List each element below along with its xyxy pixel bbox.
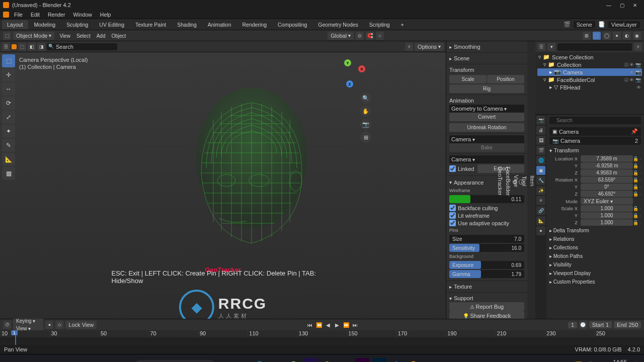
crumb-object[interactable]: ▣ Camera📌 (549, 127, 641, 136)
sec-smoothing[interactable]: ▸ Smoothing (449, 43, 524, 51)
tray-clock[interactable]: 14:5511/08/2024 (599, 359, 627, 363)
nav-gizmo[interactable]: Y X Z (337, 59, 365, 87)
mode-menu-add[interactable]: Add (94, 33, 109, 39)
tl-jump-end[interactable]: ⏭ (351, 321, 359, 329)
overlay-toggle-icon[interactable]: ⊞ (583, 32, 591, 40)
camera-view-icon[interactable]: 📷 (360, 119, 371, 130)
rotmode-field[interactable]: XYZ Euler ▾ (581, 198, 633, 205)
tl-start[interactable]: Start 1 (589, 321, 612, 328)
prop-sec-viewport-display[interactable]: ▸ Viewport Display (549, 269, 641, 278)
pivot-icon[interactable]: ⊙ (356, 32, 364, 40)
ws-tab-rendering[interactable]: Rendering (237, 20, 272, 29)
tool-scale[interactable]: ⤢ (2, 111, 15, 124)
gamma-slider[interactable]: Gamma1.79 (449, 270, 524, 278)
vp-options[interactable]: Options ▾ (415, 43, 444, 51)
tb-app1[interactable]: 🎨 (321, 358, 335, 363)
orientation-selector[interactable]: Global ▾ (328, 32, 354, 40)
axis-y[interactable]: Y (344, 59, 351, 66)
prop-transform-h[interactable]: ▾ Transform (549, 146, 641, 155)
tl-play-rev[interactable]: ◀ (324, 321, 332, 329)
menu-file[interactable]: File (11, 12, 26, 18)
tb-chrome[interactable]: 🟢 (287, 358, 301, 363)
tool-move[interactable]: ↔ (2, 82, 15, 96)
locx-field[interactable]: 7.3589 m (581, 155, 633, 162)
tb-pr[interactable]: Pr (355, 358, 369, 363)
ws-tab-layout[interactable]: Layout (2, 20, 28, 29)
rotz-field[interactable]: 46.692° (581, 191, 633, 197)
tree-scene-collection[interactable]: ▿ 📁 Scene Collection (537, 53, 642, 61)
sensitivity-slider[interactable]: Sensitivity16.0 (449, 244, 524, 252)
timeline-cursor[interactable] (15, 330, 16, 345)
proportional-icon[interactable]: ○ (376, 32, 384, 40)
tb-edge[interactable]: 🌐 (253, 358, 267, 363)
sec-texture[interactable]: ▸ Texture (449, 283, 524, 291)
tl-key-icon[interactable]: ◇ (55, 321, 63, 329)
ptab-view[interactable]: 🖼 (536, 136, 545, 145)
tl-prev-key[interactable]: ⏪ (315, 321, 323, 329)
tree-camera[interactable]: ▸ 📷 Camera👁 📷 (537, 68, 642, 76)
pan-icon[interactable]: ✋ (360, 106, 371, 117)
mode-menu-select[interactable]: Select (73, 33, 94, 39)
tl-autokey-icon[interactable]: ● (45, 321, 53, 329)
ptab-physics[interactable]: ⚛ (536, 196, 545, 205)
mode-menu-view[interactable]: View (56, 33, 73, 39)
wireframe-slider[interactable]: 0.11 (449, 195, 524, 203)
ptab-constraints[interactable]: 🔗 (536, 206, 545, 215)
shading-wire-icon[interactable]: ◯ (603, 32, 611, 40)
tb-store[interactable]: 🛍 (270, 358, 284, 363)
camera-select-1[interactable]: Camera ▾ (449, 135, 524, 143)
tool-measure[interactable]: 📐 (2, 153, 15, 166)
lit-check[interactable] (449, 212, 456, 219)
prop-sec-custom-properties[interactable]: ▸ Custom Properties (549, 278, 641, 286)
sclx-field[interactable]: 1.000 (581, 205, 633, 212)
ptab-material[interactable]: ● (536, 226, 545, 235)
tl-play[interactable]: ▶ (333, 321, 341, 329)
vp-filter-icon[interactable]: ▿ (405, 43, 413, 51)
tl-end-field[interactable]: End 250 (614, 321, 641, 328)
ws-tab-compositing[interactable]: Compositing (273, 20, 312, 29)
convert-button[interactable]: Convert (449, 113, 524, 121)
exposure-slider[interactable]: Exposure0.69 (449, 261, 524, 269)
ptab-render[interactable]: 📷 (536, 116, 545, 125)
ws-tab-scripting[interactable]: Scripting (364, 20, 395, 29)
maximize-button[interactable]: ▢ (616, 1, 628, 9)
ws-tab-texture-paint[interactable]: Texture Paint (130, 20, 171, 29)
vp-search[interactable]: Search (47, 43, 117, 50)
scene-selector[interactable]: Scene (574, 21, 595, 28)
tb-ps[interactable]: Ps (372, 358, 386, 363)
backface-check[interactable] (449, 205, 456, 211)
timeline-track[interactable]: 1030507090110130150170190210230250 (0, 330, 644, 345)
prop-sec-delta-transform[interactable]: ▸ Delta Transform (549, 226, 641, 235)
outliner-filter-icon[interactable]: ▿ (634, 43, 642, 51)
snap-icon[interactable]: 🧲 (366, 32, 374, 40)
camera-select-2[interactable]: Camera ▾ (449, 155, 524, 163)
outliner-type-icon[interactable]: ☰ (537, 43, 545, 51)
adaptive-check[interactable] (449, 220, 456, 226)
prop-sec-relations[interactable]: ▸ Relations (549, 235, 641, 243)
props-search[interactable] (549, 117, 641, 124)
size-slider[interactable]: Size7.0 (449, 235, 524, 243)
menu-render[interactable]: Render (45, 12, 68, 18)
locz-field[interactable]: 4.9583 m (581, 169, 633, 176)
tl-editor-icon[interactable]: ⏱ (3, 321, 11, 329)
ptab-data[interactable]: 📐 (536, 216, 545, 225)
editor-type-icon[interactable]: ⬚ (3, 32, 11, 40)
prop-sec-motion-paths[interactable]: ▸ Motion Paths (549, 252, 641, 260)
tb-copilot[interactable]: ◑ (218, 358, 232, 363)
crumb-data[interactable]: 📷 Camera2 (549, 137, 641, 145)
vp-menu-icon[interactable]: ☰ (2, 43, 10, 51)
tool-select[interactable]: ⬚ (2, 54, 15, 67)
menu-help[interactable]: Help (97, 12, 114, 18)
ptab-output[interactable]: 🖨 (536, 126, 545, 135)
start-button[interactable]: ⊞ (118, 358, 132, 363)
tl-jump-start[interactable]: ⏮ (306, 321, 314, 329)
tl-next-key[interactable]: ⏩ (342, 321, 350, 329)
menu-edit[interactable]: Edit (28, 12, 43, 18)
vp-icon-3[interactable]: ◨ (37, 43, 45, 51)
tl-current[interactable]: 1 (568, 322, 577, 328)
axis-x[interactable]: X (358, 65, 365, 72)
mode-selector[interactable]: Object Mode ▾ (13, 32, 54, 40)
shading-matprev-icon[interactable]: ◐ (623, 32, 631, 40)
outliner-display-icon[interactable]: ▾ (547, 43, 555, 51)
tb-app2[interactable]: ❄ (338, 358, 352, 363)
